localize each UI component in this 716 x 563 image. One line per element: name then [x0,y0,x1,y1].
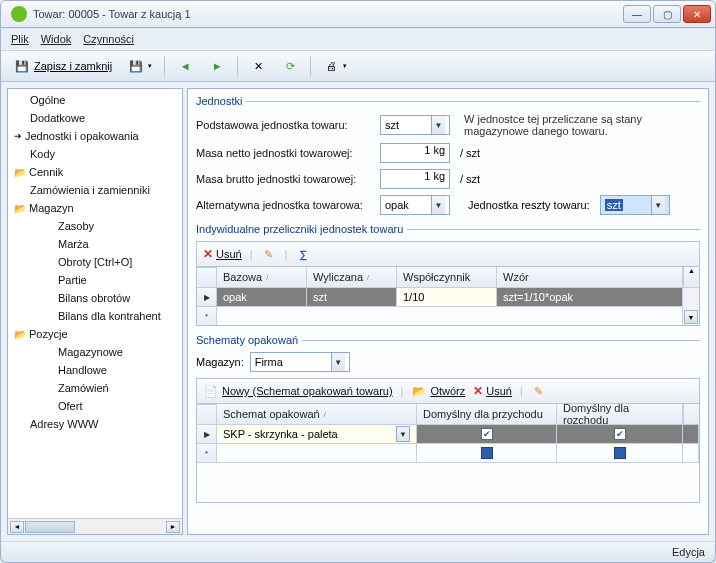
def-out-checkbox[interactable] [614,428,626,440]
forward-button[interactable]: ► [202,54,232,78]
converters-new-row[interactable] [197,306,683,325]
content-panel: Jednostki Podstawowa jednostka towaru: s… [187,88,709,535]
save-icon: 💾 [14,58,30,74]
def-in-checkbox-new[interactable] [481,447,493,459]
pack-edit-button[interactable]: ✎ [531,383,547,399]
edit-icon: ✎ [261,246,277,262]
app-icon [11,6,27,22]
menu-czynnosci[interactable]: Czynności [83,33,134,45]
rest-unit-combo[interactable]: szt▼ [600,195,670,215]
nav-tree[interactable]: OgólneDodatkoweJednostki i opakowaniaKod… [8,89,182,518]
save-close-button[interactable]: 💾 Zapisz i zamknij [7,54,119,78]
gross-mass-input[interactable]: 1 kg [380,169,450,189]
chevron-down-icon[interactable]: ▼ [396,426,410,442]
base-unit-combo[interactable]: szt▼ [380,115,450,135]
save-close-label: Zapisz i zamknij [34,60,112,72]
save-button[interactable]: 💾▾ [121,54,159,78]
delete-icon: ✕ [203,247,213,261]
conv-delete-button[interactable]: ✕Usuń [203,247,242,261]
tree-item[interactable]: Magazynowe [8,343,182,361]
warehouse-combo[interactable]: Firma▼ [250,352,350,372]
converters-row[interactable]: opak szt 1/10 szt=1/10*opak [197,287,683,306]
tree-item[interactable]: Dodatkowe [8,109,182,127]
tree-item[interactable]: Zasoby [8,217,182,235]
chevron-down-icon: ▼ [331,353,345,371]
chevron-down-icon: ▼ [431,116,445,134]
toolbar: 💾 Zapisz i zamknij 💾▾ ◄ ► ✕ ⟳ 🖨▾ [0,50,716,82]
new-icon: 📄 [203,383,219,399]
conv-sum-button[interactable]: ∑ [295,246,311,262]
scroll-thumb[interactable] [25,521,75,533]
packaging-section: Schematy opakowań Magazyn: Firma▼ 📄Nowy … [196,334,700,503]
units-section: Jednostki Podstawowa jednostka towaru: s… [196,95,700,215]
tree-item[interactable]: Cennik [8,163,182,181]
delete-icon: ✕ [473,384,483,398]
tree-item[interactable]: Magazyn [8,199,182,217]
pack-new-button[interactable]: 📄Nowy (Schemat opakowań towaru) [203,383,393,399]
scroll-left-button[interactable]: ◄ [10,521,24,533]
net-mass-input[interactable]: 1 kg [380,143,450,163]
back-button[interactable]: ◄ [170,54,200,78]
print-button[interactable]: 🖨▾ [316,54,354,78]
gross-mass-suffix: / szt [460,173,480,185]
sigma-icon: ∑ [295,246,311,262]
workarea: OgólneDodatkoweJednostki i opakowaniaKod… [0,82,716,541]
packaging-row[interactable]: SKP - skrzynka - paleta▼ [197,424,699,443]
pack-delete-button[interactable]: ✕Usuń [473,384,512,398]
net-mass-suffix: / szt [460,147,480,159]
converters-grid[interactable]: Bazowa/ Wyliczana/ Współczynnik Wzór ▲ o… [196,267,700,326]
units-title: Jednostki [196,95,700,107]
tools-icon: ✕ [250,58,266,74]
sidebar: OgólneDodatkoweJednostki i opakowaniaKod… [7,88,183,535]
forward-icon: ► [209,58,225,74]
def-out-checkbox-new[interactable] [614,447,626,459]
pack-open-button[interactable]: 📂Otwórz [411,383,465,399]
converters-section: Indywidualne przeliczniki jednostek towa… [196,223,700,326]
refresh-button[interactable]: ⟳ [275,54,305,78]
menu-plik[interactable]: Plik [11,33,29,45]
tree-item[interactable]: Zamówień [8,379,182,397]
tree-item[interactable]: Adresy WWW [8,415,182,433]
tree-item[interactable]: Kody [8,145,182,163]
tree-item[interactable]: Bilans dla kontrahent [8,307,182,325]
tools-button[interactable]: ✕ [243,54,273,78]
minimize-button[interactable]: — [623,5,651,23]
tree-item[interactable]: Handlowe [8,361,182,379]
tree-item[interactable]: Pozycje [8,325,182,343]
alt-unit-combo[interactable]: opak▼ [380,195,450,215]
maximize-button[interactable]: ▢ [653,5,681,23]
tree-item[interactable]: Zamówienia i zamienniki [8,181,182,199]
base-unit-hint: W jednostce tej przeliczane są stany mag… [464,113,700,137]
gross-mass-label: Masa brutto jednostki towarowej: [196,173,376,185]
window-title: Towar: 00005 - Towar z kaucją 1 [33,8,621,20]
chevron-down-icon: ▼ [651,196,665,214]
conv-vscroll[interactable]: ▼ [683,287,699,325]
tree-item[interactable]: Bilans obrotów [8,289,182,307]
menubar: Plik Widok Czynności [0,28,716,50]
sidebar-hscroll[interactable]: ◄ ► [8,518,182,534]
packaging-new-row[interactable] [197,443,699,462]
tree-item[interactable]: Obroty [Ctrl+O] [8,253,182,271]
tree-item[interactable]: Jednostki i opakowania [8,127,182,145]
packaging-toolbar: 📄Nowy (Schemat opakowań towaru) | 📂Otwór… [196,378,700,404]
print-icon: 🖨 [323,58,339,74]
tree-item[interactable]: Partie [8,271,182,289]
status-text: Edycja [672,546,705,558]
edit-icon: ✎ [531,383,547,399]
net-mass-label: Masa netto jednostki towarowej: [196,147,376,159]
tree-item[interactable]: Ofert [8,397,182,415]
refresh-icon: ⟳ [282,58,298,74]
scroll-right-button[interactable]: ► [166,521,180,533]
menu-widok[interactable]: Widok [41,33,72,45]
tree-item[interactable]: Marża [8,235,182,253]
packaging-grid[interactable]: Schemat opakowań/ Domyślny dla przychodu… [196,404,700,503]
def-in-checkbox[interactable] [481,428,493,440]
alt-unit-label: Alternatywna jednostka towarowa: [196,199,376,211]
converters-toolbar: ✕Usuń | ✎ | ∑ [196,241,700,267]
tree-item[interactable]: Ogólne [8,91,182,109]
conv-edit-button[interactable]: ✎ [261,246,277,262]
open-icon: 📂 [411,383,427,399]
close-button[interactable]: ✕ [683,5,711,23]
rest-unit-label: Jednostka reszty towaru: [468,199,590,211]
packaging-title: Schematy opakowań [196,334,700,346]
